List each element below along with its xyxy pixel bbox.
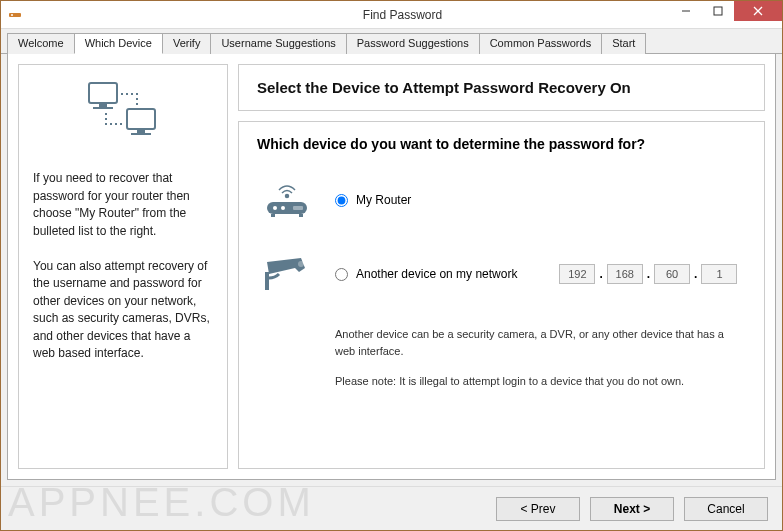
tab-password-suggestions[interactable]: Password Suggestions xyxy=(346,33,480,54)
hints-block: Another device can be a security camera,… xyxy=(335,326,746,390)
svg-rect-29 xyxy=(271,214,275,217)
svg-point-27 xyxy=(281,206,285,210)
svg-rect-16 xyxy=(136,98,138,100)
sidebar-paragraph-1: If you need to recover that password for… xyxy=(33,170,213,240)
svg-point-31 xyxy=(298,261,304,267)
ip-octet-3[interactable] xyxy=(654,264,690,284)
sidebar-paragraph-2: You can also attempt recovery of the use… xyxy=(33,258,213,362)
svg-rect-28 xyxy=(293,206,303,210)
close-button[interactable] xyxy=(734,1,782,21)
prev-button[interactable]: < Prev xyxy=(496,497,580,521)
app-window: Find Password Welcome Which Device Verif… xyxy=(0,0,783,531)
tab-welcome[interactable]: Welcome xyxy=(7,33,75,54)
radio-router[interactable] xyxy=(335,194,348,207)
page-title: Select the Device to Attempt Password Re… xyxy=(257,79,746,96)
radio-other-wrap[interactable]: Another device on my network xyxy=(335,267,517,281)
svg-rect-17 xyxy=(136,103,138,105)
content-area: If you need to recover that password for… xyxy=(7,54,776,480)
ip-octet-1[interactable] xyxy=(559,264,595,284)
cancel-button[interactable]: Cancel xyxy=(684,497,768,521)
page-heading-box: Select the Device to Attempt Password Re… xyxy=(238,64,765,111)
svg-rect-13 xyxy=(126,93,128,95)
svg-point-26 xyxy=(273,206,277,210)
main-panel: Select the Device to Attempt Password Re… xyxy=(238,64,765,469)
svg-rect-12 xyxy=(121,93,123,95)
minimize-button[interactable] xyxy=(670,1,702,21)
ip-octet-2[interactable] xyxy=(607,264,643,284)
svg-rect-32 xyxy=(265,272,269,290)
svg-rect-15 xyxy=(136,93,138,95)
svg-rect-6 xyxy=(89,83,117,103)
question-label: Which device do you want to determine th… xyxy=(257,136,746,152)
maximize-button[interactable] xyxy=(702,1,734,21)
camera-icon xyxy=(257,252,317,296)
ip-dot: . xyxy=(597,267,604,281)
option-row-router: My Router xyxy=(257,178,746,222)
wizard-footer: < Prev Next > Cancel xyxy=(1,486,782,530)
titlebar: Find Password xyxy=(1,1,782,29)
svg-rect-9 xyxy=(127,109,155,129)
window-title: Find Password xyxy=(23,8,782,22)
svg-point-1 xyxy=(11,14,13,16)
next-button[interactable]: Next > xyxy=(590,497,674,521)
tab-start[interactable]: Start xyxy=(601,33,646,54)
router-icon xyxy=(257,178,317,222)
svg-rect-21 xyxy=(110,123,112,125)
tab-verify[interactable]: Verify xyxy=(162,33,212,54)
svg-rect-8 xyxy=(93,107,113,109)
form-box: Which device do you want to determine th… xyxy=(238,121,765,469)
svg-rect-18 xyxy=(105,113,107,115)
radio-router-label: My Router xyxy=(356,193,411,207)
svg-rect-0 xyxy=(9,13,21,17)
svg-rect-11 xyxy=(131,133,151,135)
svg-rect-22 xyxy=(115,123,117,125)
tab-common-passwords[interactable]: Common Passwords xyxy=(479,33,602,54)
hint-legal: Please note: It is illegal to attempt lo… xyxy=(335,373,746,390)
svg-rect-10 xyxy=(137,129,145,133)
network-diagram-icon xyxy=(33,79,213,150)
window-controls xyxy=(670,1,782,21)
option-row-other: Another device on my network . . . xyxy=(257,252,746,296)
svg-rect-23 xyxy=(120,123,122,125)
svg-rect-14 xyxy=(131,93,133,95)
svg-rect-7 xyxy=(99,103,107,107)
svg-rect-20 xyxy=(105,123,107,125)
svg-point-24 xyxy=(286,195,289,198)
ip-dot: . xyxy=(692,267,699,281)
info-sidebar: If you need to recover that password for… xyxy=(18,64,228,469)
svg-rect-19 xyxy=(105,118,107,120)
tab-bar: Welcome Which Device Verify Username Sug… xyxy=(1,29,782,54)
radio-router-wrap[interactable]: My Router xyxy=(335,193,411,207)
hint-other-device: Another device can be a security camera,… xyxy=(335,326,746,359)
radio-other[interactable] xyxy=(335,268,348,281)
svg-rect-30 xyxy=(299,214,303,217)
app-icon xyxy=(7,7,23,23)
tab-which-device[interactable]: Which Device xyxy=(74,33,163,54)
radio-other-label: Another device on my network xyxy=(356,267,517,281)
ip-dot: . xyxy=(645,267,652,281)
svg-rect-3 xyxy=(714,7,722,15)
ip-address-fields: . . . xyxy=(559,264,737,284)
tab-username-suggestions[interactable]: Username Suggestions xyxy=(210,33,346,54)
ip-octet-4[interactable] xyxy=(701,264,737,284)
